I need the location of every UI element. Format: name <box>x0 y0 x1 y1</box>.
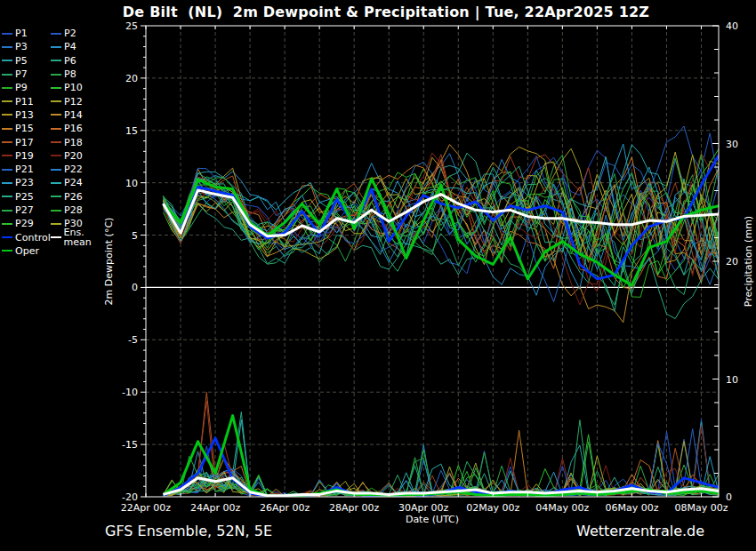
left-tick-label: 10 <box>125 178 138 189</box>
gfs-ensemble-chart: De Bilt (NL) 2m Dewpoint & Precipitation… <box>0 0 756 551</box>
left-tick-label: -5 <box>128 334 138 346</box>
x-tick-label: 26Apr 00z <box>260 502 310 514</box>
left-tick-label: 20 <box>125 73 138 84</box>
x-tick-label: 04May 00z <box>535 502 589 514</box>
x-tick-label: 06May 00z <box>605 502 658 514</box>
x-tick-label: 30Apr 00z <box>398 502 449 514</box>
right-tick-label: 10 <box>726 374 738 386</box>
right-tick-label: 20 <box>726 256 738 268</box>
x-tick-label: 02May 00z <box>466 502 519 514</box>
right-tick-label: 30 <box>726 139 738 150</box>
left-tick-label: -15 <box>122 439 138 451</box>
x-tick-label: 22Apr 00z <box>121 502 172 514</box>
plot-canvas: 2520151050-5-10-15-2040302010022Apr 00z2… <box>0 0 756 551</box>
x-tick-label: 08May 00z <box>674 502 728 514</box>
x-tick-label: 28Apr 00z <box>329 502 380 514</box>
left-tick-label: 5 <box>132 230 138 242</box>
left-tick-label: 25 <box>125 20 138 32</box>
x-tick-label: 24Apr 00z <box>190 502 241 514</box>
left-tick-label: 15 <box>125 125 138 137</box>
plot-border <box>146 26 719 497</box>
right-tick-label: 40 <box>726 20 738 32</box>
left-tick-label: -10 <box>122 387 138 398</box>
left-tick-label: 0 <box>132 282 138 293</box>
